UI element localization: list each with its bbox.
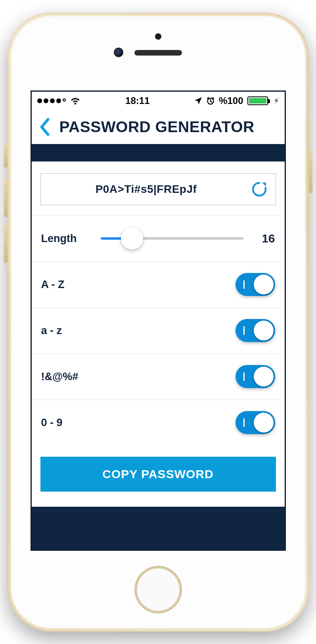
- status-bar-right: %100 ⚡︎: [194, 95, 279, 106]
- alarm-icon: [206, 96, 215, 105]
- option-row-symbols: !&@%#: [32, 354, 285, 400]
- option-label-digits: 0 - 9: [41, 417, 63, 429]
- nav-header: PASSWORD GENERATOR: [32, 110, 285, 144]
- length-value: 16: [251, 232, 275, 245]
- length-row: Length 16: [32, 215, 285, 261]
- status-bar: 18:11 %100 ⚡︎: [32, 92, 285, 110]
- header-band: [32, 144, 285, 161]
- mute-switch: [4, 144, 8, 167]
- option-label-lowercase: a - z: [41, 325, 62, 337]
- content: P0A>Ti#s5|FREpJf Length: [32, 161, 285, 551]
- status-bar-time: 18:11: [81, 95, 195, 106]
- signal-dots-icon: [37, 98, 66, 103]
- toggle-lowercase[interactable]: [236, 319, 275, 342]
- front-camera: [114, 48, 123, 57]
- phone-face: 18:11 %100 ⚡︎ PASSWORD: [11, 16, 306, 629]
- option-row-digits: 0 - 9: [32, 400, 285, 446]
- charging-icon: ⚡︎: [274, 96, 279, 106]
- status-bar-left: [37, 96, 81, 105]
- option-row-lowercase: a - z: [32, 308, 285, 354]
- back-button[interactable]: [39, 118, 51, 136]
- phone-chassis: 18:11 %100 ⚡︎ PASSWORD: [8, 13, 309, 632]
- battery-icon: [247, 96, 268, 105]
- slider-thumb[interactable]: [121, 227, 143, 250]
- generated-password: P0A>Ti#s5|FREpJf: [50, 183, 266, 196]
- proximity-sensor: [155, 33, 161, 40]
- length-label: Length: [41, 233, 93, 245]
- regenerate-button[interactable]: [250, 180, 268, 198]
- option-label-uppercase: A - Z: [41, 279, 65, 291]
- password-display: P0A>Ti#s5|FREpJf: [40, 173, 276, 205]
- toggle-symbols[interactable]: [236, 365, 275, 388]
- length-slider[interactable]: [101, 237, 243, 240]
- battery-percent: %100: [219, 95, 243, 106]
- option-row-uppercase: A - Z: [32, 261, 285, 308]
- option-label-symbols: !&@%#: [41, 371, 79, 383]
- copy-section: COPY PASSWORD: [32, 446, 285, 492]
- home-button[interactable]: [134, 566, 182, 613]
- wifi-icon: [70, 96, 81, 105]
- bottom-band: [32, 507, 285, 551]
- toggle-digits[interactable]: [236, 411, 275, 434]
- location-icon: [194, 97, 202, 105]
- volume-up-key: [4, 179, 8, 217]
- copy-password-button[interactable]: COPY PASSWORD: [40, 457, 276, 492]
- earpiece: [134, 50, 182, 56]
- volume-down-key: [4, 225, 8, 263]
- page-title: PASSWORD GENERATOR: [59, 118, 255, 136]
- toggle-uppercase[interactable]: [236, 273, 275, 296]
- screen: 18:11 %100 ⚡︎ PASSWORD: [31, 90, 286, 551]
- power-key: [309, 150, 312, 193]
- password-section: P0A>Ti#s5|FREpJf: [32, 161, 285, 215]
